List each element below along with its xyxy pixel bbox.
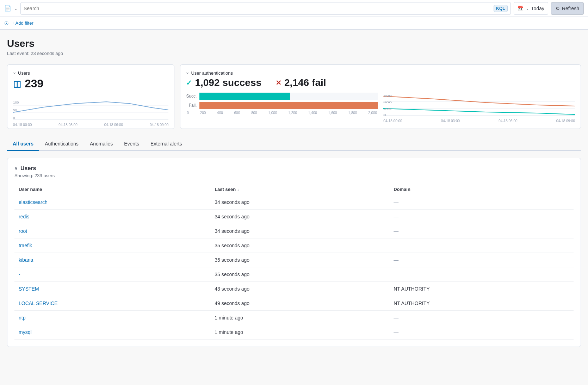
- users-mini-chart: 100 50 0 04-18 00:00 04-18 03:00 04-18 0…: [13, 93, 168, 121]
- table-cell-domain: —: [389, 267, 574, 282]
- users-chart-x-labels: 04-18 00:00 04-18 03:00 04-18 06:00 04-1…: [13, 123, 168, 127]
- add-filter-button[interactable]: + Add filter: [12, 20, 33, 26]
- auth-numbers: ✓ 1,092 success ✕ 2,146 fail: [186, 77, 575, 88]
- svg-text:0: 0: [13, 116, 15, 119]
- tab-all-users[interactable]: All users: [7, 137, 39, 151]
- user-link[interactable]: kibana: [19, 257, 33, 263]
- date-chevron[interactable]: ⌄: [526, 6, 529, 11]
- svg-text:50: 50: [13, 108, 17, 112]
- bar-track-fail: [199, 102, 378, 109]
- auth-fail: ✕ 2,146 fail: [276, 77, 326, 88]
- table-cell-username: -: [14, 267, 210, 282]
- domain-dash: —: [394, 272, 398, 277]
- table-cell-domain: NT AUTHORITY: [389, 296, 574, 311]
- col-header-domain[interactable]: Domain: [389, 184, 574, 195]
- domain-dash: —: [394, 199, 398, 205]
- table-cell-username: root: [14, 224, 210, 238]
- page-subtitle: Last event: 23 seconds ago: [7, 51, 581, 56]
- auth-fail-label: fail: [312, 77, 326, 88]
- tab-external-alerts[interactable]: External alerts: [145, 137, 187, 151]
- auth-card-chevron[interactable]: ∨: [186, 71, 189, 75]
- user-link[interactable]: ntp: [19, 315, 25, 321]
- bar-label-succ: Succ.: [186, 94, 197, 99]
- users-count-value: 239: [25, 77, 43, 90]
- search-bar: KQL: [20, 2, 511, 15]
- table-cell-domain: —: [389, 238, 574, 253]
- table-chevron[interactable]: ∨: [14, 166, 18, 171]
- user-link[interactable]: root: [19, 228, 27, 234]
- auth-bar-chart: Succ. Fail. 0 200 400: [186, 93, 378, 123]
- user-link[interactable]: redis: [19, 214, 29, 219]
- search-type-chevron[interactable]: ⌄: [14, 6, 18, 11]
- calendar-icon: 📅: [518, 6, 524, 11]
- tab-authentications[interactable]: Authentications: [39, 137, 84, 151]
- auth-success-label: success: [223, 77, 262, 88]
- check-icon: ✓: [186, 79, 192, 87]
- users-table-header: ∨ Users: [14, 165, 574, 172]
- users-card-chevron[interactable]: ∨: [13, 71, 16, 75]
- users-stat-card: ∨ Users ◫ 239 100 50 0 04-18 00:00: [7, 64, 174, 129]
- bar-fill-success: [199, 93, 290, 100]
- table-row: elasticsearch34 seconds ago—: [14, 195, 574, 210]
- table-cell-last-seen: 35 seconds ago: [210, 267, 389, 282]
- table-cell-last-seen: 34 seconds ago: [210, 195, 389, 210]
- table-row: LOCAL SERVICE49 seconds agoNT AUTHORITY: [14, 296, 574, 311]
- table-row: redis34 seconds ago—: [14, 210, 574, 224]
- auth-success: ✓ 1,092 success: [186, 77, 261, 88]
- document-icon: 📄: [4, 5, 11, 12]
- table-cell-last-seen: 35 seconds ago: [210, 238, 389, 253]
- auth-stat-card: ∨ User authentications ✓ 1,092 success ✕…: [180, 64, 581, 129]
- table-cell-domain: —: [389, 311, 574, 325]
- svg-text:100: 100: [13, 100, 19, 104]
- domain-dash: —: [394, 315, 398, 321]
- filter-icon: ☉: [4, 20, 9, 26]
- svg-text:0: 0: [383, 113, 386, 116]
- user-link[interactable]: traefik: [19, 243, 32, 248]
- auth-line-chart: 600 400 200 0 04-18 00:00 04-18 03:00 04…: [383, 93, 575, 123]
- tab-events[interactable]: Events: [118, 137, 145, 151]
- table-row: ntp1 minute ago—: [14, 311, 574, 325]
- users-table-head: User name Last seen ↓ Domain: [14, 184, 574, 195]
- users-count: ◫ 239: [13, 77, 168, 90]
- domain-dash: —: [394, 329, 398, 335]
- auth-card-header: ∨ User authentications: [186, 70, 575, 76]
- refresh-button[interactable]: ↻ Refresh: [551, 2, 584, 15]
- table-cell-domain: NT AUTHORITY: [389, 282, 574, 296]
- bar-fill-fail: [199, 102, 378, 109]
- tab-anomalies[interactable]: Anomalies: [84, 137, 118, 151]
- sort-icon: ↓: [237, 187, 239, 192]
- filter-bar: ☉ + Add filter: [0, 17, 588, 30]
- domain-dash: —: [394, 214, 398, 219]
- user-link[interactable]: elasticsearch: [19, 199, 48, 205]
- user-link[interactable]: mysql: [19, 329, 32, 335]
- user-link[interactable]: LOCAL SERVICE: [19, 300, 58, 306]
- page-content: Users Last event: 23 seconds ago ∨ Users…: [0, 30, 588, 355]
- domain-dash: —: [394, 243, 398, 248]
- table-row: traefik35 seconds ago—: [14, 238, 574, 253]
- x-icon: ✕: [276, 79, 281, 87]
- table-cell-username: elasticsearch: [14, 195, 210, 210]
- table-cell-username: SYSTEM: [14, 282, 210, 296]
- svg-text:600: 600: [383, 94, 392, 97]
- table-row: kibana35 seconds ago—: [14, 253, 574, 267]
- table-cell-last-seen: 34 seconds ago: [210, 224, 389, 238]
- table-cell-username: kibana: [14, 253, 210, 267]
- table-cell-username: mysql: [14, 325, 210, 340]
- bar-row-fail: Fail.: [186, 102, 378, 109]
- col-header-last-seen[interactable]: Last seen ↓: [210, 184, 389, 195]
- table-cell-last-seen: 1 minute ago: [210, 325, 389, 340]
- refresh-label: Refresh: [562, 6, 579, 11]
- table-cell-domain: —: [389, 224, 574, 238]
- kql-badge[interactable]: KQL: [494, 5, 507, 12]
- user-link[interactable]: SYSTEM: [19, 286, 39, 292]
- table-cell-domain: —: [389, 195, 574, 210]
- user-link[interactable]: -: [19, 272, 20, 277]
- svg-text:400: 400: [383, 100, 392, 104]
- bar-label-fail: Fail.: [186, 103, 197, 108]
- search-input[interactable]: [24, 6, 491, 11]
- date-selector[interactable]: 📅 ⌄ Today: [514, 2, 548, 15]
- table-cell-last-seen: 34 seconds ago: [210, 210, 389, 224]
- col-header-username[interactable]: User name: [14, 184, 210, 195]
- auth-success-count: 1,092: [195, 77, 219, 88]
- table-row: mysql1 minute ago—: [14, 325, 574, 340]
